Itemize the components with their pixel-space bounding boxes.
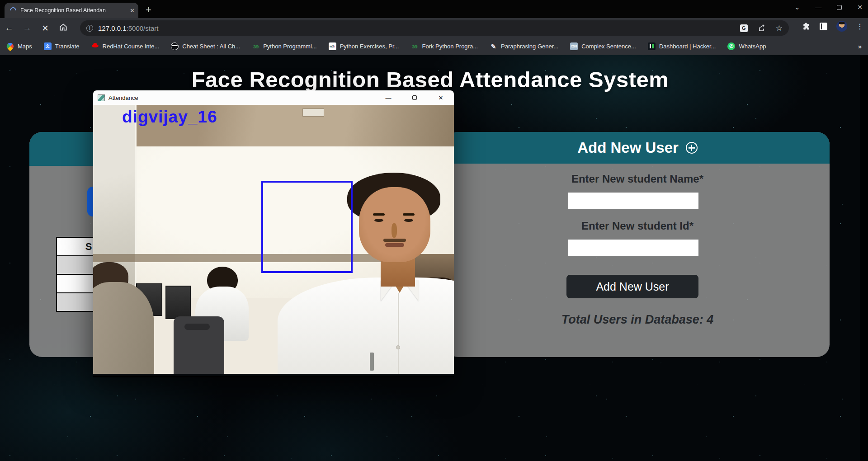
csg-icon: CSG (570, 42, 578, 50)
window-restore-icon[interactable] (837, 5, 842, 10)
geeksforgeeks-icon: ɜɘ (410, 42, 418, 50)
bookmark-whatsapp[interactable]: ✆WhatsApp (727, 42, 766, 50)
bookmark-cheatsheet[interactable]: Cheat Sheet : All Ch... (171, 42, 240, 50)
webcam-feed: digvijay_16 (93, 105, 454, 376)
address-bar[interactable]: i 127.0.0.1:5000/start G ☆ (80, 20, 789, 36)
globe-icon (171, 42, 179, 50)
opencv-attendance-window[interactable]: Attendance — ✕ (93, 90, 454, 377)
cv-window-titlebar[interactable]: Attendance — ✕ (93, 90, 454, 105)
bookmark-label: Translate (55, 43, 80, 50)
bookmark-redhat[interactable]: RedHat Course Inte... (91, 42, 160, 50)
url-text: 127.0.0.1:5000/start (98, 24, 158, 32)
add-new-user-button[interactable]: Add New User (566, 275, 698, 298)
bookmark-label: Maps (18, 43, 32, 50)
bookmark-star-icon[interactable]: ☆ (776, 24, 783, 33)
extensions-icon[interactable] (802, 22, 811, 30)
hackerrank-icon (648, 42, 656, 50)
face-detection-box (261, 181, 353, 273)
tab-title: Face Recognition Based Attendan (20, 7, 122, 14)
bookmark-fork-python[interactable]: ɜɘFork Python Progra... (410, 42, 478, 50)
geeksforgeeks-icon: ɜɘ (252, 42, 259, 50)
browser-toolbar: ← → ✕ i 127.0.0.1:5000/start G ☆ ⋮ (0, 18, 868, 38)
tab-loading-spinner (9, 6, 18, 15)
bookmark-label: RedHat Course Inte... (103, 43, 160, 50)
stop-loading-button[interactable]: ✕ (36, 23, 54, 33)
side-panel-icon[interactable] (820, 23, 827, 30)
back-button[interactable]: ← (0, 23, 18, 33)
bookmark-paraphrasing[interactable]: ✎Paraphrasing Gener... (490, 42, 558, 50)
student-name-input[interactable] (568, 193, 698, 209)
w3r-text: w3 (330, 45, 334, 48)
bookmark-label: Python Programmi... (263, 43, 317, 50)
student-id-input[interactable] (568, 240, 698, 256)
window-minimize-icon[interactable]: — (815, 4, 821, 11)
home-button[interactable] (54, 23, 72, 34)
bookmark-label: Paraphrasing Gener... (501, 43, 558, 50)
new-tab-button[interactable]: + (146, 4, 151, 16)
maps-pin-icon (5, 42, 15, 52)
bookmark-label: Python Exercises, Pr... (340, 43, 399, 50)
bookmark-label: WhatsApp (739, 43, 766, 50)
browser-tab[interactable]: Face Recognition Based Attendan ✕ (5, 3, 138, 18)
bookmark-label: Dashboard | Hacker... (659, 43, 716, 50)
url-host: 127.0.0.1 (98, 24, 127, 32)
share-icon[interactable] (758, 24, 766, 32)
bookmark-maps[interactable]: Maps (6, 42, 32, 50)
site-info-icon[interactable]: i (86, 25, 93, 32)
bookmark-python-programming[interactable]: ɜɘPython Programmi... (252, 42, 317, 50)
shirt-pen (370, 353, 374, 371)
bookmark-label: Complex Sentence... (581, 43, 636, 50)
office-chair (174, 316, 224, 376)
add-user-panel: Add New User Enter New student Name* Ent… (445, 132, 830, 357)
cv-window-title: Attendance (108, 94, 138, 101)
cv-minimize-button[interactable]: — (375, 90, 401, 105)
cv-maximize-button[interactable] (401, 90, 428, 105)
add-user-header-text: Add New User (577, 139, 679, 156)
add-user-header: Add New User (445, 132, 830, 164)
w3r-text-accent: r (334, 45, 335, 48)
recognized-name-label: digvijay_16 (122, 108, 217, 127)
browser-menu-icon[interactable]: ⋮ (856, 22, 863, 31)
bookmark-hackerrank[interactable]: Dashboard | Hacker... (648, 42, 716, 50)
bookmarks-bar: Maps 文Translate RedHat Course Inte... Ch… (0, 38, 868, 55)
computer-monitor (165, 286, 191, 319)
translate-icon: 文 (44, 42, 52, 50)
w3resource-icon: w3r (329, 42, 336, 50)
maximize-icon (412, 95, 417, 100)
forward-button[interactable]: → (18, 23, 36, 33)
total-users-text: Total Users in Database: 4 (445, 313, 830, 327)
student-name-label: Enter New student Name* (445, 173, 830, 185)
whatsapp-icon: ✆ (727, 42, 735, 50)
add-user-plus-icon (686, 142, 698, 154)
left-person (93, 282, 154, 376)
bookmark-label: Cheat Sheet : All Ch... (182, 43, 240, 50)
subject-face (359, 187, 430, 262)
bookmarks-overflow-chevron[interactable]: » (858, 42, 862, 50)
page-title: Face Recognition Based Attendance System (0, 67, 860, 92)
subject-shirt (278, 278, 454, 376)
tab-strip: Face Recognition Based Attendan ✕ + ⌄ — … (0, 0, 868, 18)
profile-avatar[interactable] (836, 21, 847, 32)
bookmark-python-exercises[interactable]: w3rPython Exercises, Pr... (329, 42, 399, 50)
bookmark-label: Fork Python Progra... (422, 43, 478, 50)
translate-page-icon[interactable]: G (740, 24, 748, 32)
video-bottom-edge (93, 374, 454, 376)
bookmark-complex-sentence[interactable]: CSGComplex Sentence... (570, 42, 636, 50)
window-close-icon[interactable]: ✕ (857, 4, 863, 11)
tab-close-icon[interactable]: ✕ (130, 7, 135, 14)
url-path: :5000/start (127, 24, 159, 32)
bookmark-translate[interactable]: 文Translate (44, 42, 80, 50)
redhat-icon (91, 42, 99, 50)
pen-icon: ✎ (490, 42, 497, 50)
home-icon (59, 23, 68, 32)
cv-close-button[interactable]: ✕ (428, 90, 454, 105)
cv-window-app-icon (98, 94, 105, 101)
tab-search-chevron-icon[interactable]: ⌄ (795, 4, 800, 11)
student-id-label: Enter New student Id* (445, 220, 830, 232)
